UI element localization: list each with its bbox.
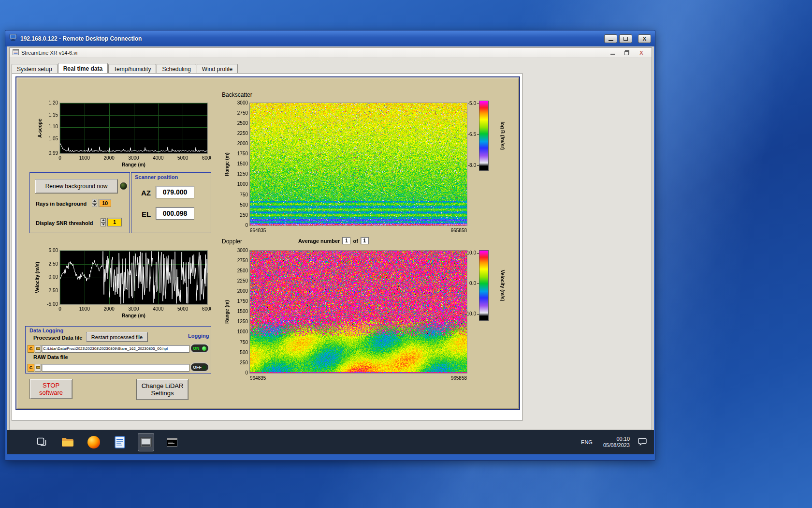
- document-app-icon[interactable]: [112, 433, 128, 451]
- streamline-app-icon[interactable]: [138, 433, 154, 451]
- snr-spinner[interactable]: [101, 218, 106, 226]
- raw-browse-icon[interactable]: [35, 364, 41, 372]
- app-icon: [13, 48, 19, 57]
- az-value-field[interactable]: 079.000: [156, 186, 194, 198]
- change-line2: Settings: [151, 389, 174, 397]
- velocity-plot: [29, 246, 211, 324]
- scanner-position-title: Scanner position: [135, 174, 178, 180]
- of-label: of: [353, 238, 358, 244]
- spinner-up-icon[interactable]: [101, 218, 106, 223]
- data-logging-title: Data Logging: [29, 328, 63, 333]
- tab-temp-humidity[interactable]: Temp/humidity: [108, 64, 156, 74]
- raw-data-file-label: RAW Data file: [33, 354, 68, 360]
- spinner-down-icon[interactable]: [101, 223, 106, 227]
- renew-background-led: [120, 182, 127, 190]
- off-led-icon: [202, 365, 206, 370]
- rdp-window: 192.168.0.122 - Remote Desktop Connectio…: [5, 30, 655, 461]
- minimize-icon: [610, 54, 615, 55]
- el-value-field[interactable]: 000.098: [156, 207, 194, 220]
- clock-time: 00:10: [603, 436, 630, 442]
- raw-path-row: C: [28, 363, 189, 372]
- doppler-title: Doppler: [222, 238, 242, 245]
- processed-path-input[interactable]: C:\Lidar\Data\Proc\2023\202308\20230809\…: [42, 345, 189, 353]
- scanner-position-group: Scanner position AZ 079.000 EL 000.098: [131, 172, 211, 233]
- raw-drive-selector[interactable]: C: [28, 364, 34, 372]
- of-count-field[interactable]: 1: [361, 237, 369, 244]
- change-lidar-settings-button[interactable]: Change LiDAR Settings: [136, 379, 188, 400]
- snr-value-field[interactable]: 1: [107, 218, 122, 226]
- spinner-up-icon[interactable]: [92, 199, 97, 203]
- system-tray: ENG 00:10 05/08/2023: [578, 436, 647, 448]
- firefox-icon[interactable]: [86, 433, 102, 451]
- taskbar: ENG 00:10 05/08/2023: [7, 430, 654, 454]
- el-label: EL: [142, 210, 151, 218]
- processed-browse-icon[interactable]: [35, 345, 41, 353]
- off-label: OFF: [193, 365, 202, 370]
- streamline-window: StreamLine XR v14-6.vi X System setup Re…: [9, 47, 652, 430]
- tab-system-setup[interactable]: System setup: [12, 64, 58, 74]
- stop-line1: STOP: [43, 382, 59, 389]
- on-label: ON: [193, 346, 200, 351]
- raw-logging-toggle[interactable]: OFF: [190, 362, 209, 372]
- front-panel: Backscatter Renew background now Rays in…: [15, 76, 520, 410]
- processed-data-file-label: Processed Data file: [33, 335, 83, 341]
- rdp-minimize-button[interactable]: [604, 34, 617, 43]
- app-restore-button[interactable]: [620, 49, 634, 57]
- data-logging-group: Data Logging Processed Data file Restart…: [25, 326, 211, 374]
- rdp-computer-icon: [9, 34, 17, 43]
- tab-scheduling[interactable]: Scheduling: [157, 64, 196, 74]
- spinner-down-icon[interactable]: [92, 203, 97, 208]
- desktop-background: 192.168.0.122 - Remote Desktop Connectio…: [0, 0, 812, 508]
- language-indicator[interactable]: ENG: [578, 437, 595, 447]
- average-number-label: Average number: [298, 238, 340, 244]
- rdp-titlebar[interactable]: 192.168.0.122 - Remote Desktop Connectio…: [5, 30, 655, 46]
- processed-drive-selector[interactable]: C: [28, 345, 34, 353]
- restart-processed-file-button[interactable]: Restart processed file: [86, 332, 148, 342]
- on-led-icon: [202, 346, 206, 351]
- tab-bar: System setup Real time data Temp/humidit…: [12, 63, 238, 74]
- logging-label: Logging: [188, 333, 209, 339]
- rays-value-field[interactable]: 10: [99, 199, 111, 207]
- doppler-colorbar: [454, 246, 517, 391]
- rdp-title: 192.168.0.122 - Remote Desktop Connectio…: [20, 35, 602, 42]
- app-titlebar[interactable]: StreamLine XR v14-6.vi X: [10, 48, 652, 58]
- rdp-close-button[interactable]: X: [638, 34, 651, 43]
- raw-path-input[interactable]: [42, 364, 189, 372]
- background-group: Renew background now Rays in background …: [29, 172, 130, 233]
- backscatter-heatmap: [218, 99, 473, 240]
- change-line1: Change LiDAR: [142, 382, 184, 389]
- tab-wind-profile[interactable]: Wind profile: [197, 64, 238, 74]
- clock-date: 05/08/2023: [603, 442, 630, 448]
- az-label: AZ: [141, 189, 151, 197]
- processed-path-row: C C:\Lidar\Data\Proc\2023\202308\2023080…: [28, 344, 189, 353]
- app-minimize-button[interactable]: [605, 49, 620, 57]
- average-number-field[interactable]: 1: [342, 237, 350, 244]
- app-title: StreamLine XR v14-6.vi: [21, 50, 605, 56]
- minimize-icon: [609, 40, 613, 41]
- app-close-button[interactable]: X: [634, 49, 649, 57]
- rdp-maximize-button[interactable]: [619, 34, 632, 43]
- backscatter-colorbar: [454, 99, 517, 244]
- average-number-row: Average number 1 of 1: [298, 237, 369, 244]
- rays-in-background-label: Rays in background: [36, 201, 87, 207]
- file-explorer-icon[interactable]: [59, 433, 76, 451]
- taskbar-icons: [33, 433, 180, 451]
- stop-line2: software: [39, 389, 63, 396]
- task-view-icon[interactable]: [33, 433, 50, 451]
- restore-icon: [624, 50, 629, 55]
- taskbar-clock[interactable]: 00:10 05/08/2023: [603, 436, 630, 448]
- maximize-icon: [624, 37, 628, 41]
- snr-threshold-label: Display SNR threshold: [36, 220, 93, 226]
- backscatter-title: Backscatter: [222, 91, 252, 98]
- tab-page-real-time-data: Backscatter Renew background now Rays in…: [12, 73, 522, 421]
- notification-icon[interactable]: [638, 436, 647, 448]
- rays-spinner[interactable]: [92, 199, 97, 207]
- doppler-heatmap: [218, 246, 473, 388]
- renew-background-button[interactable]: Renew background now: [35, 179, 118, 194]
- stop-software-button[interactable]: STOP software: [29, 379, 72, 399]
- firefox-logo: [87, 436, 100, 448]
- scan-scheduler-icon[interactable]: [164, 433, 180, 451]
- processed-logging-toggle[interactable]: ON: [190, 344, 209, 353]
- a-scope-plot: [29, 99, 211, 171]
- tab-real-time-data[interactable]: Real time data: [58, 63, 108, 74]
